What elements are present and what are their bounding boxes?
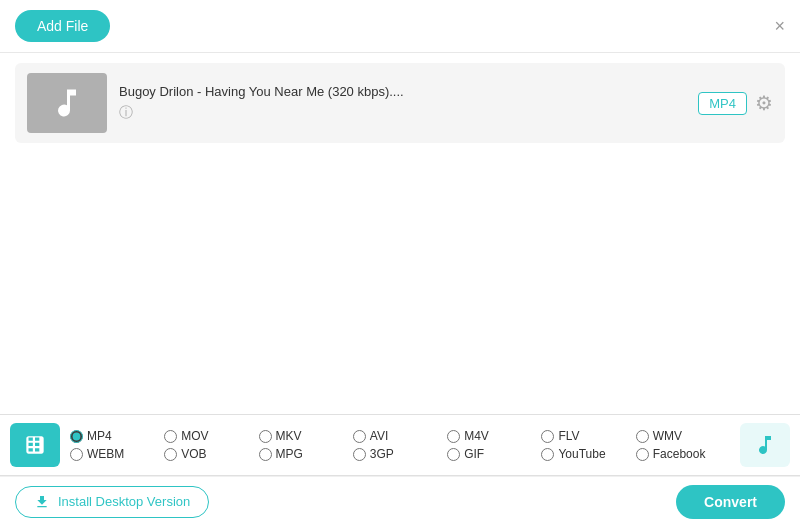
format-option-mpg[interactable]: MPG: [259, 447, 353, 461]
format-radio-gif[interactable]: [447, 448, 460, 461]
film-icon: [22, 432, 48, 458]
format-radio-3gp[interactable]: [353, 448, 366, 461]
music-note-icon: [49, 85, 85, 121]
format-radio-vob[interactable]: [164, 448, 177, 461]
format-radio-avi[interactable]: [353, 430, 366, 443]
top-bar: Add File ×: [0, 0, 800, 53]
format-label-mkv: MKV: [276, 429, 302, 443]
format-label-facebook: Facebook: [653, 447, 706, 461]
file-info: Bugoy Drilon - Having You Near Me (320 k…: [119, 84, 686, 122]
format-radio-wmv[interactable]: [636, 430, 649, 443]
convert-button[interactable]: Convert: [676, 485, 785, 519]
format-label-youtube: YouTube: [558, 447, 605, 461]
format-label-vob: VOB: [181, 447, 206, 461]
file-actions: MP4 ⚙: [698, 91, 773, 115]
audio-format-icon[interactable]: [740, 423, 790, 467]
format-option-vob[interactable]: VOB: [164, 447, 258, 461]
file-item: Bugoy Drilon - Having You Near Me (320 k…: [15, 63, 785, 143]
info-icon[interactable]: ⓘ: [119, 104, 133, 120]
format-label-3gp: 3GP: [370, 447, 394, 461]
file-thumbnail: [27, 73, 107, 133]
format-radio-youtube[interactable]: [541, 448, 554, 461]
video-format-icon: [10, 423, 60, 467]
install-desktop-button[interactable]: Install Desktop Version: [15, 486, 209, 518]
format-label-flv: FLV: [558, 429, 579, 443]
format-option-gif[interactable]: GIF: [447, 447, 541, 461]
file-name: Bugoy Drilon - Having You Near Me (320 k…: [119, 84, 686, 99]
format-option-mov[interactable]: MOV: [164, 429, 258, 443]
format-option-avi[interactable]: AVI: [353, 429, 447, 443]
format-radio-mov[interactable]: [164, 430, 177, 443]
format-label-wmv: WMV: [653, 429, 682, 443]
install-label: Install Desktop Version: [58, 494, 190, 509]
format-option-m4v[interactable]: M4V: [447, 429, 541, 443]
add-file-button[interactable]: Add File: [15, 10, 110, 42]
download-icon: [34, 494, 50, 510]
content-area: [0, 153, 800, 393]
format-radio-flv[interactable]: [541, 430, 554, 443]
format-radio-webm[interactable]: [70, 448, 83, 461]
format-bar: MP4 MOV MKV AVI M4V FLV WMV WEBM: [0, 414, 800, 476]
format-option-wmv[interactable]: WMV: [636, 429, 730, 443]
format-option-flv[interactable]: FLV: [541, 429, 635, 443]
audio-icon: [753, 433, 777, 457]
format-option-mp4[interactable]: MP4: [70, 429, 164, 443]
format-radio-mkv[interactable]: [259, 430, 272, 443]
format-option-mkv[interactable]: MKV: [259, 429, 353, 443]
format-radio-mpg[interactable]: [259, 448, 272, 461]
format-label-mov: MOV: [181, 429, 208, 443]
footer: Install Desktop Version Convert: [0, 476, 800, 526]
format-option-facebook[interactable]: Facebook: [636, 447, 730, 461]
close-button[interactable]: ×: [774, 16, 785, 37]
format-options: MP4 MOV MKV AVI M4V FLV WMV WEBM: [70, 429, 730, 461]
format-option-webm[interactable]: WEBM: [70, 447, 164, 461]
format-label-avi: AVI: [370, 429, 388, 443]
format-label-m4v: M4V: [464, 429, 489, 443]
format-radio-m4v[interactable]: [447, 430, 460, 443]
format-label-mp4: MP4: [87, 429, 112, 443]
format-label-mpg: MPG: [276, 447, 303, 461]
format-radio-facebook[interactable]: [636, 448, 649, 461]
format-label-gif: GIF: [464, 447, 484, 461]
file-list: Bugoy Drilon - Having You Near Me (320 k…: [0, 53, 800, 153]
format-radio-mp4[interactable]: [70, 430, 83, 443]
settings-icon[interactable]: ⚙: [755, 91, 773, 115]
format-option-3gp[interactable]: 3GP: [353, 447, 447, 461]
format-badge: MP4: [698, 92, 747, 115]
format-label-webm: WEBM: [87, 447, 124, 461]
format-option-youtube[interactable]: YouTube: [541, 447, 635, 461]
